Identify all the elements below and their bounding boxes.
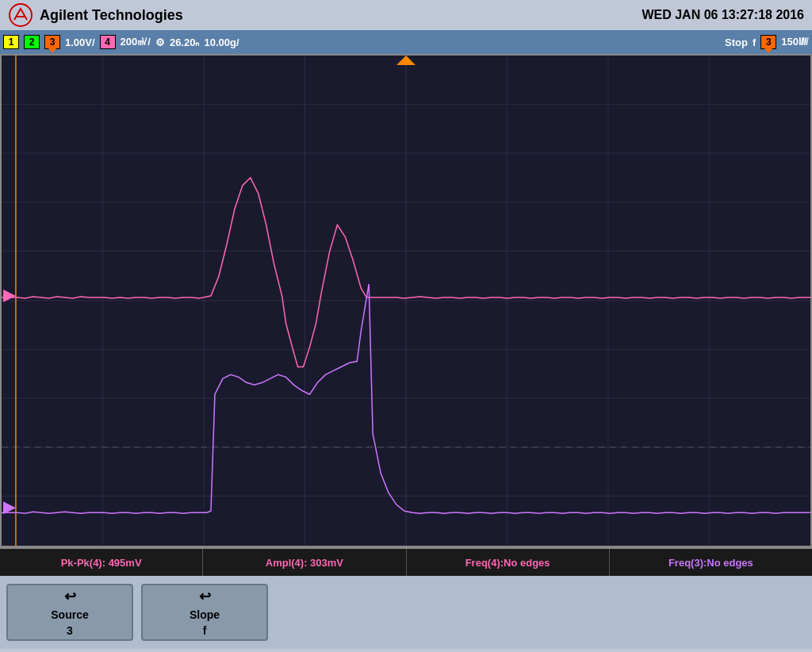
sample-rate-label: 10.00g/ (204, 36, 239, 48)
memory-label: 150㎿ (781, 35, 809, 49)
slope-button[interactable]: ↩ Slope f (141, 584, 268, 641)
ch3-badge[interactable]: 3 (44, 35, 60, 49)
source-button[interactable]: ↩ Source 3 (6, 584, 133, 641)
mode-label: Stop (725, 36, 748, 48)
slope-label: Slope (190, 608, 220, 621)
status-freq4: Freq(4):No edges (407, 549, 610, 576)
source-value: 3 (67, 624, 73, 637)
slope-value: f (203, 624, 207, 637)
status-pkpk4: Pk-Pk(4): 495mV (0, 549, 203, 576)
status-freq3: Freq(3):No edges (610, 549, 812, 576)
trigger-ch-badge: 3 (760, 35, 776, 49)
toolbar: 1 2 3 1.00V/ 4 200㎷/ ⚙ 26.20ₙ 10.00g/ St… (0, 30, 812, 54)
slope-icon: ↩ (199, 588, 211, 605)
header-left: Agilent Technologies (8, 2, 183, 28)
status-bar: Pk-Pk(4): 495mV Ampl(4): 303mV Freq(4):N… (0, 547, 812, 576)
timebase-label: 26.20ₙ (170, 36, 200, 48)
trigger-slope-label: f (753, 36, 756, 48)
ch4-badge[interactable]: 4 (100, 35, 116, 49)
gear-icon: ⚙ (155, 36, 165, 48)
svg-text:4: 4 (5, 291, 10, 301)
scope-display: 4 3 (0, 54, 812, 547)
source-label: Source (51, 608, 88, 621)
ch4-scale-label: 200㎷/ (121, 35, 151, 49)
ch2-badge[interactable]: 2 (24, 35, 40, 49)
agilent-logo-icon (8, 2, 33, 28)
ch1-badge[interactable]: 1 (3, 35, 19, 49)
controls-bar: ↩ Source 3 ↩ Slope f (0, 576, 812, 649)
brand-title: Agilent Technologies (40, 7, 183, 24)
svg-text:3: 3 (5, 503, 10, 512)
ch3-scale-label: 1.00V/ (65, 36, 95, 48)
datetime-display: WED JAN 06 13:27:18 2016 (642, 8, 804, 22)
scope-svg: 4 3 (2, 56, 810, 546)
source-icon: ↩ (64, 588, 76, 605)
header: Agilent Technologies WED JAN 06 13:27:18… (0, 0, 812, 30)
status-ampl4: Ampl(4): 303mV (203, 549, 406, 576)
